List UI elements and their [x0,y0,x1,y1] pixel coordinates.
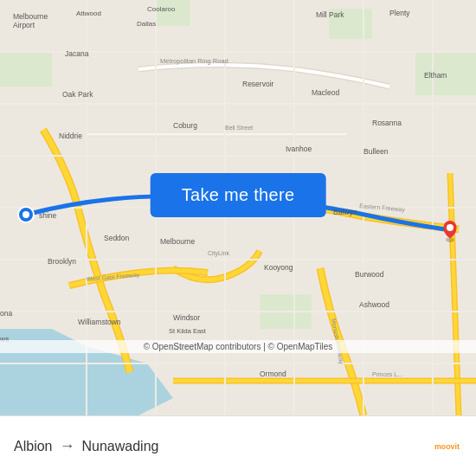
svg-text:Plenty: Plenty [389,9,410,17]
svg-text:Dallas: Dallas [137,20,156,28]
svg-text:moovit: moovit [434,441,460,450]
svg-text:Metropolitan Ring Road: Metropolitan Ring Road [160,57,228,65]
svg-point-65 [447,224,453,231]
svg-text:Reservoir: Reservoir [242,80,274,88]
svg-text:Coburg: Coburg [173,121,197,130]
svg-point-63 [23,211,29,218]
svg-text:ona: ona [0,309,12,318]
svg-text:Kooyong: Kooyong [264,263,293,272]
svg-text:Burwood: Burwood [355,270,384,279]
svg-text:Melbourne: Melbourne [13,12,48,21]
svg-text:Coolaroo: Coolaroo [147,5,176,13]
svg-text:Bell Street: Bell Street [225,125,253,131]
svg-text:CityLink: CityLink [208,250,229,257]
svg-rect-4 [156,0,190,26]
svg-text:Attwood: Attwood [76,10,101,17]
svg-text:Ivanhoe: Ivanhoe [286,145,312,153]
svg-text:Niddrie: Niddrie [59,132,82,140]
destination-label: Nunawading [81,439,158,454]
svg-text:Williamstown: Williamstown [78,318,121,326]
svg-text:St Kilda East: St Kilda East [169,327,207,335]
svg-rect-3 [0,52,52,87]
map-container: Melbourne Airport Attwood Dallas Coolaro… [0,0,476,415]
svg-text:Rosanna: Rosanna [372,119,402,127]
svg-text:Melbourne: Melbourne [160,237,195,246]
svg-text:Mill Park: Mill Park [316,10,344,19]
footer: Albion → Nunawading moovit [0,415,476,476]
svg-text:Brooklyn: Brooklyn [48,257,76,266]
take-me-there-button[interactable]: Take me there [151,173,326,217]
svg-text:Eltham: Eltham [424,71,447,80]
svg-text:Princes L...: Princes L... [372,371,402,377]
button-overlay: Take me there [151,173,326,217]
route-info: Albion → Nunawading [14,437,158,455]
origin-label: Albion [14,439,52,454]
arrow-icon: → [59,437,74,455]
svg-text:Jacana: Jacana [65,49,89,58]
svg-text:Ormond: Ormond [260,370,286,378]
svg-text:Windsor: Windsor [173,313,200,322]
svg-text:Balwyn: Balwyn [333,208,357,216]
svg-text:Airport: Airport [13,21,35,29]
svg-text:Bulleen: Bulleen [363,147,389,156]
map-attribution: © OpenStreetMap contributors | © OpenMap… [0,340,476,353]
moovit-logo-icon: moovit [434,433,462,460]
svg-text:Ashwood: Ashwood [359,300,389,309]
svg-text:Macleod: Macleod [312,88,339,97]
moovit-logo: moovit [434,433,462,460]
svg-text:Seddon: Seddon [104,234,130,242]
svg-text:shine: shine [39,211,57,220]
svg-text:Oak Park: Oak Park [62,90,93,99]
